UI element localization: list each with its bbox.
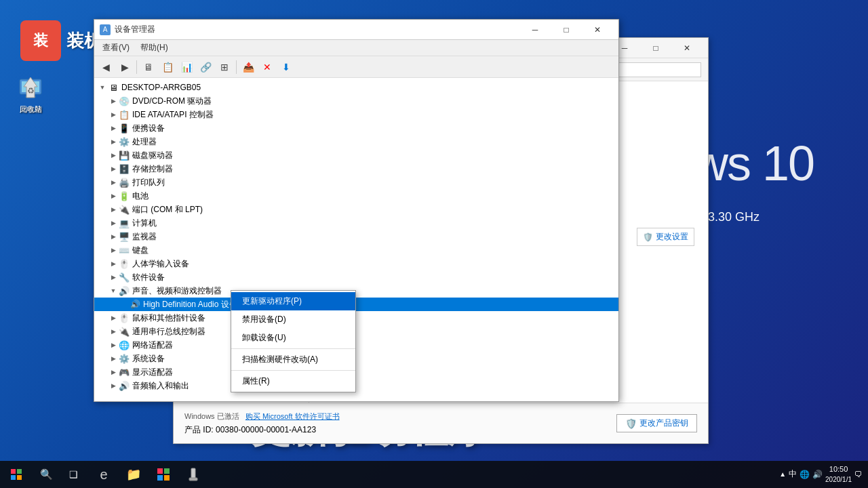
- svg-rect-9: [17, 475, 22, 480]
- toolbar-scan-btn[interactable]: 📤: [239, 58, 257, 76]
- taskbar-start-btn[interactable]: [0, 461, 33, 488]
- tree-item-dvd[interactable]: ▶ 💿 DVD/CD-ROM 驱动器: [94, 94, 618, 108]
- toolbar-forward-btn[interactable]: ▶: [116, 58, 134, 76]
- root-expand-icon[interactable]: ▼: [97, 82, 108, 93]
- taskbar-usb-icon[interactable]: [179, 461, 208, 488]
- ctx-update-driver[interactable]: 更新驱动程序(P): [231, 292, 355, 310]
- tree-item-disk[interactable]: ▶ 💾 磁盘驱动器: [94, 148, 618, 162]
- print-expand[interactable]: ▶: [108, 177, 119, 188]
- toolbar-category-btn[interactable]: 📋: [159, 58, 176, 76]
- shield-icon: 🛡️: [625, 418, 637, 429]
- taskbar-notification-icon[interactable]: 🗨: [854, 470, 863, 479]
- tree-item-hda[interactable]: 🔊 High Definition Audio 设备: [94, 298, 618, 311]
- sys-close-btn[interactable]: ✕: [671, 38, 703, 58]
- taskbar-edge-icon[interactable]: e: [90, 461, 118, 488]
- tree-item-port[interactable]: ▶ 🔌 端口 (COM 和 LPT): [94, 203, 618, 216]
- portable-expand[interactable]: ▶: [108, 123, 119, 134]
- toolbar: ◀ ▶ 🖥 📋 📊 🔗 ⊞ 📤 ✕ ⬇: [94, 56, 618, 78]
- update-product-key-btn[interactable]: 🛡️ 更改产品密钥: [616, 414, 697, 432]
- sys-maximize-btn[interactable]: □: [640, 38, 671, 58]
- taskbar-search-btn[interactable]: 🔍: [33, 461, 60, 488]
- processor-expand[interactable]: ▶: [108, 136, 119, 147]
- tree-item-display[interactable]: ▶ 🎮 显示适配器: [94, 365, 618, 379]
- tree-root[interactable]: ▼ 🖥 DESKTOP-ARRGB05: [94, 81, 618, 94]
- computer-expand[interactable]: ▶: [108, 218, 119, 228]
- toolbar-view-btn[interactable]: ⊞: [216, 58, 233, 76]
- ctx-uninstall-device[interactable]: 卸载设备(U): [231, 329, 355, 347]
- taskbar-time-text: 10:50: [825, 464, 852, 474]
- taskbar-task-view-btn[interactable]: ❑: [60, 461, 87, 488]
- taskbar-volume-icon[interactable]: 🔊: [812, 470, 823, 479]
- device-tree: ▼ 🖥 DESKTOP-ARRGB05 ▶ 💿 DVD/CD-ROM 驱动器 ▶…: [94, 78, 618, 401]
- toolbar-update-btn[interactable]: ⬇: [277, 58, 295, 76]
- tree-item-keyboard[interactable]: ▶ ⌨️ 键盘: [94, 243, 618, 257]
- desktop-icon-recycle[interactable]: ♻ 回收站: [7, 75, 54, 115]
- taskbar-lang-icon[interactable]: 中: [789, 468, 797, 480]
- menu-help[interactable]: 帮助(H): [135, 41, 174, 55]
- mouse-expand[interactable]: ▶: [108, 312, 119, 323]
- monitor-expand[interactable]: ▶: [108, 231, 119, 242]
- usb-expand[interactable]: ▶: [108, 326, 119, 337]
- tree-item-mouse[interactable]: ▶ 🖱️ 鼠标和其他指针设备: [94, 311, 618, 325]
- taskbar-time[interactable]: 10:50 2020/1/1: [825, 464, 852, 484]
- tree-item-battery[interactable]: ▶ 🔋 电池: [94, 189, 618, 203]
- recycle-icon: ♻: [17, 75, 44, 102]
- maximize-btn[interactable]: □: [551, 20, 582, 40]
- tree-item-processor[interactable]: ▶ ⚙️ 处理器: [94, 135, 618, 148]
- toolbar-sep-1: [136, 60, 137, 74]
- tree-item-usb[interactable]: ▶ 🔌 通用串行总线控制器: [94, 325, 618, 338]
- network-expand[interactable]: ▶: [108, 340, 119, 350]
- tree-item-portable[interactable]: ▶ 📱 便携设备: [94, 121, 618, 135]
- update-settings-btn[interactable]: 🛡️ 更改设置: [637, 228, 694, 246]
- taskbar-date-text: 2020/1/1: [825, 475, 852, 485]
- dvd-expand[interactable]: ▶: [108, 96, 119, 106]
- storage-expand[interactable]: ▶: [108, 163, 119, 174]
- software-expand[interactable]: ▶: [108, 272, 119, 283]
- tree-item-human[interactable]: ▶ 🖱️ 人体学输入设备: [94, 257, 618, 270]
- tree-item-ide[interactable]: ▶ 📋 IDE ATA/ATAPI 控制器: [94, 108, 618, 121]
- license-link[interactable]: 购买 Microsoft 软件许可证书: [245, 412, 340, 420]
- battery-expand[interactable]: ▶: [108, 190, 119, 201]
- toolbar-connection-btn[interactable]: 🔗: [197, 58, 214, 76]
- tree-item-software[interactable]: ▶ 🔧 软件设备: [94, 270, 618, 284]
- audio-io-expand[interactable]: ▶: [108, 380, 119, 391]
- tree-item-computer[interactable]: ▶ 💻 计算机: [94, 216, 618, 230]
- svg-rect-13: [164, 475, 170, 481]
- tree-item-system[interactable]: ▶ ⚙️ 系统设备: [94, 352, 618, 365]
- sound-expand[interactable]: ▼: [108, 285, 119, 296]
- close-btn[interactable]: ✕: [582, 20, 613, 40]
- keyboard-expand[interactable]: ▶: [108, 245, 119, 256]
- svg-rect-11: [164, 468, 170, 474]
- taskbar-explorer-icon[interactable]: 📁: [119, 461, 148, 488]
- taskbar-network-icon[interactable]: 🌐: [800, 470, 810, 479]
- taskbar: 🔍 ❑ e 📁 ▲ 中 🌐: [0, 461, 868, 488]
- ctx-properties[interactable]: 属性(R): [231, 372, 355, 390]
- toolbar-remove-btn[interactable]: ✕: [258, 58, 276, 76]
- display-expand[interactable]: ▶: [108, 367, 119, 378]
- taskbar-chevron-icon[interactable]: ▲: [779, 470, 786, 478]
- ctx-disable-device[interactable]: 禁用设备(D): [231, 310, 355, 329]
- system-expand[interactable]: ▶: [108, 353, 119, 364]
- ctx-scan-hardware[interactable]: 扫描检测硬件改动(A): [231, 350, 355, 369]
- toolbar-back-btn[interactable]: ◀: [97, 58, 115, 76]
- ide-expand[interactable]: ▶: [108, 109, 119, 120]
- port-expand[interactable]: ▶: [108, 204, 119, 215]
- taskbar-right: ▲ 中 🌐 🔊 10:50 2020/1/1 🗨: [779, 464, 868, 484]
- tree-item-sound[interactable]: ▼ 🔊 声音、视频和游戏控制器: [94, 284, 618, 298]
- update-key-label: 更改产品密钥: [639, 418, 688, 429]
- tree-item-audio-io[interactable]: ▶ 🔊 音频输入和输出: [94, 379, 618, 392]
- menu-view[interactable]: 查看(V): [97, 41, 135, 55]
- tree-item-monitor[interactable]: ▶ 🖥️ 监视器: [94, 230, 618, 243]
- recycle-label: 回收站: [20, 104, 42, 115]
- human-expand[interactable]: ▶: [108, 258, 119, 269]
- disk-expand[interactable]: ▶: [108, 150, 119, 161]
- tree-item-network[interactable]: ▶ 🌐 网络适配器: [94, 338, 618, 352]
- toolbar-computer-btn[interactable]: 🖥: [140, 58, 157, 76]
- taskbar-store-icon[interactable]: [149, 461, 178, 488]
- tree-item-storage[interactable]: ▶ 🗄️ 存储控制器: [94, 162, 618, 176]
- toolbar-resource-btn[interactable]: 📊: [178, 58, 195, 76]
- svg-rect-7: [17, 469, 22, 474]
- window-icon-text: A: [103, 26, 108, 33]
- tree-item-print[interactable]: ▶ 🖨️ 打印队列: [94, 176, 618, 189]
- minimize-btn[interactable]: ─: [519, 20, 551, 40]
